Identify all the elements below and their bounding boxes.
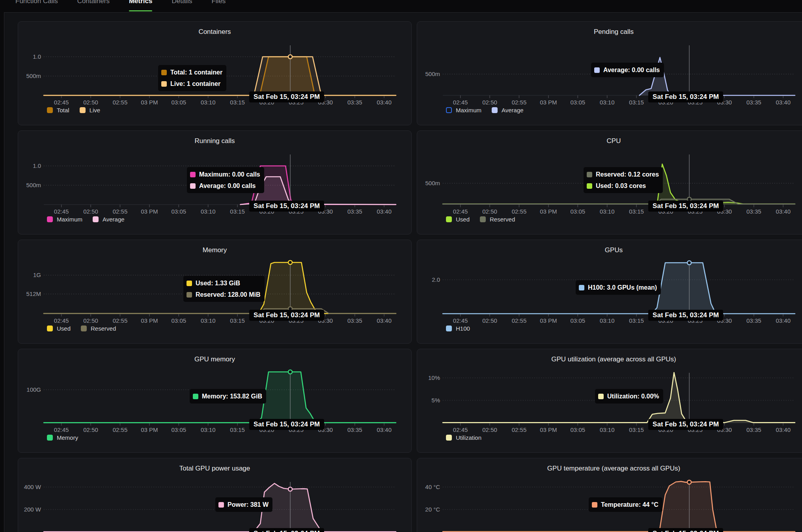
x-tick-label: 03 PM <box>137 208 162 215</box>
cursor-date-tooltip: Sat Feb 15, 03:24 PM <box>249 201 324 212</box>
legend-swatch-icon <box>47 435 53 441</box>
x-tick-label: 02:45 <box>49 317 74 324</box>
tab-function-calls[interactable]: Function Calls <box>15 0 58 12</box>
tooltip-swatch-icon <box>193 394 198 399</box>
x-tick-label: 02:45 <box>448 99 473 106</box>
legend-swatch-icon <box>93 216 99 222</box>
x-tick-label: 02:50 <box>78 208 103 215</box>
tooltip-line: Used: 0.03 cores <box>587 180 659 192</box>
x-tick-label: 03:15 <box>624 317 649 324</box>
chart-title: Pending calls <box>417 28 802 36</box>
legend-item[interactable]: Maximum <box>47 216 82 223</box>
x-tick-label: 03 PM <box>137 317 162 324</box>
value-tooltip: Average: 0.00 calls <box>591 63 664 77</box>
tooltip-text: Maximum: 0.00 calls <box>199 171 260 178</box>
cursor-date-tooltip: Sat Feb 15, 03:24 PM <box>648 310 723 321</box>
chart-legend: MaximumAverage <box>47 216 125 223</box>
legend-item[interactable]: Reserved <box>480 216 515 223</box>
legend-label: Average <box>502 107 524 113</box>
x-tick-label: 03:40 <box>770 317 796 324</box>
legend-label: Reserved <box>91 325 116 332</box>
tooltip-swatch-icon <box>587 172 592 177</box>
x-tick-label: 03:15 <box>225 208 250 215</box>
tab-files[interactable]: Files <box>211 0 226 12</box>
cursor-date-tooltip: Sat Feb 15, 03:24 PM <box>648 528 723 532</box>
tooltip-line: Average: 0.00 calls <box>190 180 260 192</box>
y-tick-label: 10% <box>417 374 440 381</box>
x-tick-label: 03:10 <box>595 317 620 324</box>
tooltip-text: Average: 0.00 calls <box>199 182 256 190</box>
value-tooltip: Temperature: 44 °C <box>589 497 662 512</box>
x-tick-label: 03:10 <box>595 99 620 106</box>
value-tooltip: H100: 3.0 GPUs (mean) <box>576 280 661 295</box>
tab-containers[interactable]: Containers <box>77 0 110 12</box>
chart-legend: H100 <box>446 325 470 332</box>
value-tooltip: Reserved: 0.12 coresUsed: 0.03 cores <box>584 167 663 193</box>
legend-item[interactable]: Memory <box>47 434 78 441</box>
legend-swatch-icon <box>446 107 452 113</box>
legend-item[interactable]: Utilization <box>446 434 481 441</box>
legend-item[interactable]: H100 <box>446 325 470 332</box>
tab-metrics[interactable]: Metrics <box>129 0 153 12</box>
legend-item[interactable]: Average <box>492 107 524 113</box>
chart-card: CPU 500m 02:4502:5002:5503 PM03:0503:100… <box>417 130 802 234</box>
x-tick-label: 02:50 <box>78 317 103 324</box>
value-tooltip: Power: 381 W <box>215 497 272 512</box>
x-tick-label: 02:45 <box>49 99 74 106</box>
x-tick-label: 03:35 <box>741 208 767 215</box>
tab-details[interactable]: Details <box>172 0 192 12</box>
cursor-date-tooltip: Sat Feb 15, 03:24 PM <box>249 91 324 102</box>
legend-label: Maximum <box>456 107 481 113</box>
tooltip-text: Reserved: 128.00 MiB <box>196 291 261 298</box>
chart-card: GPU temperature (average across all GPUs… <box>417 458 802 532</box>
tooltip-line: Live: 1 container <box>161 78 222 89</box>
chart-title: Running calls <box>18 137 411 145</box>
tooltip-text: Memory: 153.82 GiB <box>202 393 262 400</box>
y-tick-label: 1.0 <box>18 53 41 60</box>
x-tick-label: 03:05 <box>565 317 590 324</box>
chart-card: Total GPU power usage 400 W200 W 02:4502… <box>18 458 412 532</box>
chart-legend: UsedReserved <box>446 216 515 223</box>
tooltip-text: Total: 1 container <box>170 69 222 76</box>
y-tick-label: 500m <box>417 71 440 77</box>
tooltip-line: Used: 1.33 GiB <box>187 277 261 289</box>
legend-item[interactable]: Total <box>47 107 69 113</box>
x-tick-label: 03:15 <box>624 99 649 106</box>
tooltip-line: Average: 0.00 calls <box>594 64 660 76</box>
x-tick-label: 02:45 <box>448 317 473 324</box>
x-tick-label: 03:05 <box>166 426 191 433</box>
tooltip-swatch-icon <box>161 70 167 75</box>
legend-item[interactable]: Average <box>93 216 125 223</box>
legend-swatch-icon <box>47 326 53 331</box>
y-tick-label: 40 °C <box>417 484 440 490</box>
tooltip-swatch-icon <box>187 292 192 298</box>
active-tab-underline <box>129 10 153 11</box>
x-tick-label: 03 PM <box>536 99 561 106</box>
x-tick-label: 02:50 <box>477 99 502 106</box>
tooltip-swatch-icon <box>190 172 196 177</box>
tooltip-line: Memory: 153.82 GiB <box>193 391 262 402</box>
x-tick-label: 03:35 <box>342 208 367 215</box>
legend-swatch-icon <box>492 107 498 113</box>
legend-item[interactable]: Live <box>80 107 101 113</box>
cursor-date-tooltip: Sat Feb 15, 03:24 PM <box>249 419 324 430</box>
x-tick-label: 03:10 <box>595 426 620 433</box>
x-tick-label: 02:50 <box>477 208 502 215</box>
x-tick-label: 02:50 <box>477 317 502 324</box>
tooltip-line: Temperature: 44 °C <box>592 499 658 510</box>
y-tick-label: 512M <box>18 290 41 297</box>
chart-card: Running calls 1.0500m 02:4502:5002:5503 … <box>18 130 412 234</box>
y-tick-label: 2.0 <box>417 276 440 283</box>
x-tick-label: 03:15 <box>624 208 649 215</box>
legend-item[interactable]: Used <box>446 216 470 223</box>
legend-item[interactable]: Maximum <box>446 107 481 113</box>
y-tick-label: 400 W <box>18 484 41 490</box>
tooltip-swatch-icon <box>190 183 196 189</box>
legend-item[interactable]: Used <box>47 325 71 332</box>
tooltip-line: Reserved: 128.00 MiB <box>187 289 261 300</box>
chart-legend: MaximumAverage <box>446 107 524 113</box>
legend-item[interactable]: Reserved <box>81 325 116 332</box>
tooltip-text: H100: 3.0 GPUs (mean) <box>588 284 657 291</box>
legend-swatch-icon <box>446 326 452 331</box>
y-tick-label: 500m <box>18 73 41 79</box>
